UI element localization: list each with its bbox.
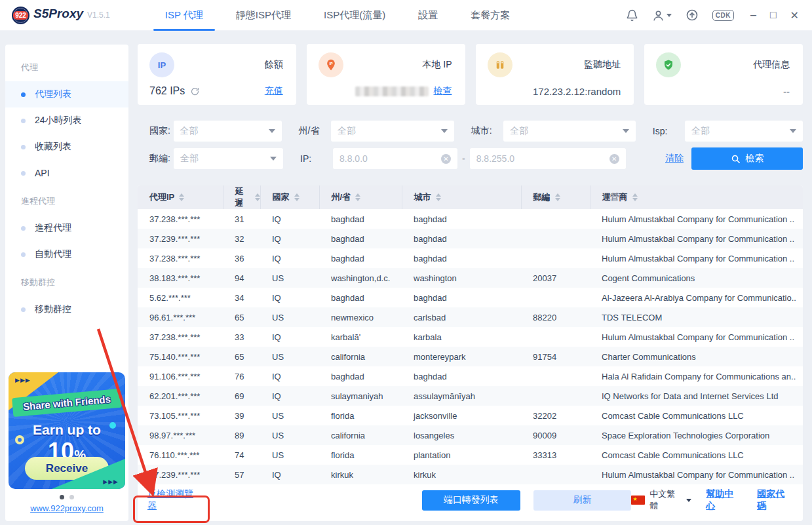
table-row[interactable]: 37.239.***.***57IQkirkukkirkukHulum Almu…	[138, 465, 803, 484]
isp-label: Isp:	[653, 126, 685, 136]
table-cell: 34	[223, 288, 260, 307]
clear-input-icon[interactable]: ✕	[609, 154, 619, 164]
minimize-button[interactable]: –	[750, 9, 756, 21]
check-link[interactable]: 檢查	[434, 85, 452, 97]
column-header[interactable]: 國家	[260, 185, 319, 209]
sidebar-item-label: 收藏列表	[35, 141, 71, 153]
sort-icon[interactable]	[436, 193, 441, 201]
column-header[interactable]: 郵編	[521, 185, 590, 209]
table-row[interactable]: 37.238.***.***31IQbaghdadbaghdadHulum Al…	[138, 209, 803, 229]
table-row[interactable]: 98.97.***.***89UScalifornialosangeles900…	[138, 425, 803, 445]
website-link[interactable]: www.922proxy.com	[30, 503, 104, 513]
close-button[interactable]: ✕	[790, 9, 799, 22]
table-cell: 91754	[521, 347, 590, 366]
chevron-down-icon	[623, 129, 629, 133]
column-header[interactable]: 州/省	[319, 185, 402, 209]
tab-2[interactable]: 靜態ISP代理	[232, 0, 295, 31]
column-header[interactable]: 代理IP	[138, 185, 223, 209]
sidebar-item[interactable]: API	[5, 160, 128, 186]
column-header[interactable]: 運營商	[590, 185, 803, 209]
refresh-icon[interactable]	[190, 87, 200, 96]
table-cell: sulaymaniyah	[319, 386, 402, 406]
country-select[interactable]: 全部	[174, 121, 282, 142]
table-row[interactable]: 38.183.***.***94USwashington,d.c.washing…	[138, 268, 803, 288]
table-cell: carlsbad	[402, 307, 521, 327]
app-header: 922 S5Proxy V1.5.1 ISP 代理靜態ISP代理ISP代理(流量…	[0, 0, 812, 31]
table-cell: losangeles	[402, 425, 521, 445]
sidebar-item[interactable]: 收藏列表	[5, 134, 128, 160]
table-cell: california	[319, 347, 402, 366]
table-cell: baghdad	[319, 229, 402, 248]
table-cell: US	[260, 268, 319, 288]
table-cell: IQ	[260, 327, 319, 347]
upload-icon[interactable]	[686, 9, 699, 22]
table-row[interactable]: 37.238.***.***36IQbaghdadbaghdadHulum Al…	[138, 248, 803, 268]
tab-1[interactable]: ISP 代理	[161, 0, 207, 31]
table-row[interactable]: 37.238.***.***33IQkarbalā'karbalaHulum A…	[138, 327, 803, 347]
sidebar-item[interactable]: 移動群控	[5, 296, 128, 322]
ip-from-input[interactable]: 8.8.0.0✕	[333, 148, 457, 169]
sidebar-item[interactable]: 自動代理	[5, 241, 128, 267]
sidebar-item[interactable]: 代理列表	[5, 81, 128, 107]
clear-filters-link[interactable]: 清除	[665, 153, 684, 165]
table-row[interactable]: 96.61.***.***65USnewmexicocarlsbad88220T…	[138, 307, 803, 327]
zip-select[interactable]: 全部	[174, 148, 283, 169]
sidebar: 代理代理列表24小時列表收藏列表API進程代理進程代理自動代理移動群控移動群控 …	[5, 45, 128, 521]
search-button[interactable]: 檢索	[691, 147, 803, 170]
table-cell: Hulum Almustakbal Company for Communicat…	[590, 209, 803, 229]
refresh-button[interactable]: 刷新	[533, 490, 632, 511]
bell-icon[interactable]	[626, 9, 638, 22]
ip-to-input[interactable]: 8.8.255.0✕	[470, 148, 626, 169]
tab-3[interactable]: ISP代理(流量)	[320, 0, 389, 31]
promo-banner[interactable]: ▶▶▶ Share with Friends Earn up to 10% Re…	[9, 372, 125, 489]
table-row[interactable]: 75.140.***.***65UScaliforniamontereypark…	[138, 347, 803, 366]
sidebar-item-label: 移動群控	[35, 303, 71, 315]
sidebar-item[interactable]: 進程代理	[5, 215, 128, 241]
clear-input-icon[interactable]: ✕	[441, 154, 451, 164]
port-forward-list-button[interactable]: 端口轉發列表	[422, 490, 520, 511]
table-cell: Comcast Cable Communications LLC	[590, 445, 803, 465]
table-cell: plantation	[402, 445, 521, 465]
column-header[interactable]: 城市	[402, 185, 521, 209]
bullet-icon	[21, 307, 26, 312]
sort-icon[interactable]	[555, 193, 560, 201]
anti-detect-browser-link[interactable]: 反檢測瀏覽器	[147, 488, 203, 512]
sort-icon[interactable]	[632, 193, 638, 201]
table-cell: 62.201.***.***	[138, 386, 223, 406]
table-row[interactable]: 5.62.***.***34IQbaghdadbaghdadAl-Jazeera…	[138, 288, 803, 307]
sidebar-item[interactable]: 24小時列表	[5, 107, 128, 134]
app-logo: 922 S5Proxy V1.5.1	[12, 7, 110, 24]
table-cell: IQ	[260, 288, 319, 307]
tab-4[interactable]: 設置	[414, 0, 442, 31]
city-select[interactable]: 全部	[503, 121, 636, 142]
recharge-link[interactable]: 充值	[265, 85, 283, 97]
table-row[interactable]: 76.110.***.***74USfloridaplantation33313…	[138, 445, 803, 465]
table-row[interactable]: 62.201.***.***69IQsulaymaniyahassulaymān…	[138, 386, 803, 406]
maximize-button[interactable]: □	[770, 9, 777, 21]
user-menu[interactable]	[652, 9, 672, 22]
table-cell: baghdad	[402, 288, 521, 307]
tab-5[interactable]: 套餐方案	[467, 0, 514, 31]
table-cell: US	[260, 425, 319, 445]
carousel-dots[interactable]	[60, 495, 74, 499]
column-header[interactable]: 延遲	[223, 185, 260, 209]
table-cell: 20037	[521, 268, 590, 288]
state-select[interactable]: 全部	[331, 121, 454, 142]
sort-icon[interactable]	[355, 193, 360, 201]
help-center-link[interactable]: 幫助中心	[706, 488, 743, 512]
sort-icon[interactable]	[294, 193, 300, 201]
sort-icon[interactable]	[179, 193, 184, 201]
country-code-link[interactable]: 國家代碼	[757, 488, 794, 512]
table-cell: 37.239.***.***	[138, 465, 223, 484]
table-row[interactable]: 37.239.***.***32IQbaghdadbaghdadHulum Al…	[138, 229, 803, 248]
cdk-icon[interactable]: CDK	[712, 10, 734, 21]
arrows-icon: ▶▶▶	[15, 377, 31, 383]
language-select[interactable]: 中文繁體	[649, 488, 691, 512]
isp-select[interactable]: 全部	[685, 121, 803, 142]
table-row[interactable]: 73.105.***.***39USfloridajacksonville322…	[138, 406, 803, 425]
header-actions: CDK – □ ✕	[626, 9, 812, 22]
table-row[interactable]: 91.106.***.***76IQbaghdadbaghdadHala Al …	[138, 366, 803, 386]
table-cell: 33313	[521, 445, 590, 465]
sort-icon[interactable]	[255, 193, 260, 201]
shield-check-icon	[656, 52, 681, 77]
